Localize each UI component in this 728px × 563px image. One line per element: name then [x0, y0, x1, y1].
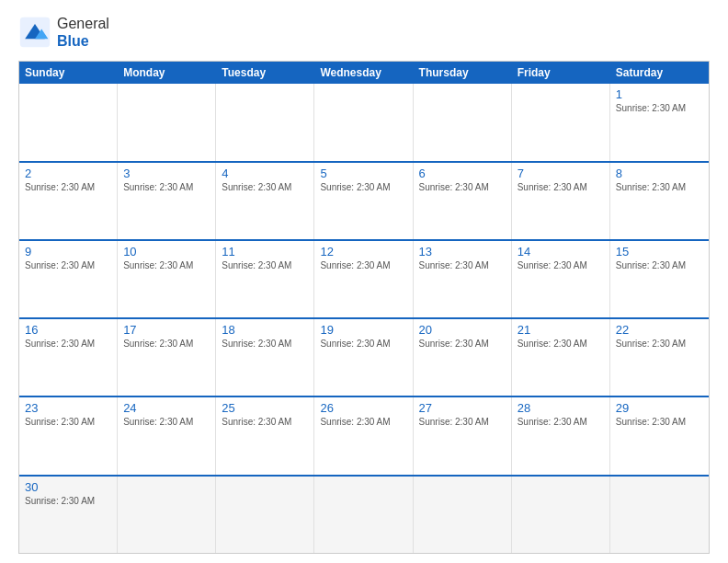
- calendar-cell-2-1: 10Sunrise: 2:30 AM: [118, 241, 216, 317]
- calendar-cell-2-4: 13Sunrise: 2:30 AM: [414, 241, 512, 317]
- calendar-cell-0-2: [216, 84, 314, 160]
- day-number: 14: [518, 245, 604, 259]
- day-sunrise-info: Sunrise: 2:30 AM: [320, 417, 406, 427]
- calendar-cell-3-0: 16Sunrise: 2:30 AM: [19, 319, 118, 396]
- calendar-cell-5-6: [610, 477, 709, 553]
- day-number: 23: [25, 401, 111, 415]
- day-number: 1: [616, 87, 703, 101]
- header-tuesday: Tuesday: [216, 62, 314, 84]
- day-sunrise-info: Sunrise: 2:30 AM: [419, 182, 506, 192]
- calendar-cell-2-3: 12Sunrise: 2:30 AM: [314, 241, 413, 317]
- calendar: SundayMondayTuesdayWednesdayThursdayFrid…: [18, 61, 710, 554]
- calendar-cell-4-2: 25Sunrise: 2:30 AM: [216, 397, 314, 474]
- calendar-cell-4-1: 24Sunrise: 2:30 AM: [118, 397, 216, 474]
- calendar-cell-2-2: 11Sunrise: 2:30 AM: [216, 241, 314, 317]
- header-thursday: Thursday: [414, 62, 512, 84]
- day-sunrise-info: Sunrise: 2:30 AM: [320, 339, 406, 349]
- day-sunrise-info: Sunrise: 2:30 AM: [518, 339, 604, 349]
- calendar-cell-5-4: [414, 477, 512, 553]
- calendar-cell-1-4: 6Sunrise: 2:30 AM: [414, 163, 512, 239]
- calendar-cell-4-0: 23Sunrise: 2:30 AM: [19, 397, 118, 474]
- calendar-cell-0-6: 1Sunrise: 2:30 AM: [610, 84, 709, 160]
- day-number: 4: [222, 167, 308, 180]
- day-sunrise-info: Sunrise: 2:30 AM: [25, 260, 111, 270]
- calendar-cell-3-3: 19Sunrise: 2:30 AM: [314, 319, 413, 396]
- day-sunrise-info: Sunrise: 2:30 AM: [518, 182, 604, 192]
- day-sunrise-info: Sunrise: 2:30 AM: [123, 182, 210, 192]
- calendar-cell-4-6: 29Sunrise: 2:30 AM: [610, 397, 709, 474]
- day-number: 30: [25, 480, 111, 494]
- header-friday: Friday: [512, 62, 610, 84]
- day-number: 18: [222, 323, 308, 337]
- page-header: General Blue: [18, 15, 710, 50]
- day-sunrise-info: Sunrise: 2:30 AM: [123, 417, 210, 427]
- day-number: 9: [25, 245, 111, 259]
- calendar-cell-3-2: 18Sunrise: 2:30 AM: [216, 319, 314, 396]
- day-number: 8: [616, 167, 703, 180]
- day-number: 12: [320, 245, 406, 259]
- day-sunrise-info: Sunrise: 2:30 AM: [123, 339, 210, 349]
- day-sunrise-info: Sunrise: 2:30 AM: [518, 260, 604, 270]
- calendar-cell-5-3: [314, 477, 413, 553]
- header-saturday: Saturday: [610, 62, 709, 84]
- day-sunrise-info: Sunrise: 2:30 AM: [222, 339, 308, 349]
- day-sunrise-info: Sunrise: 2:30 AM: [222, 260, 308, 270]
- calendar-cell-1-5: 7Sunrise: 2:30 AM: [512, 163, 610, 239]
- day-number: 15: [616, 245, 703, 259]
- day-number: 28: [518, 401, 604, 415]
- day-sunrise-info: Sunrise: 2:30 AM: [25, 417, 111, 427]
- day-number: 21: [518, 323, 604, 337]
- calendar-page: General Blue SundayMondayTuesdayWednesda…: [0, 0, 728, 563]
- day-number: 11: [222, 245, 308, 259]
- calendar-cell-3-1: 17Sunrise: 2:30 AM: [118, 319, 216, 396]
- day-number: 22: [616, 323, 703, 337]
- calendar-row-0: 1Sunrise: 2:30 AM: [19, 84, 709, 160]
- calendar-cell-0-1: [118, 84, 216, 160]
- calendar-cell-1-6: 8Sunrise: 2:30 AM: [610, 163, 709, 239]
- logo-icon: [18, 16, 51, 49]
- calendar-cell-1-1: 3Sunrise: 2:30 AM: [118, 163, 216, 239]
- day-number: 3: [123, 167, 210, 180]
- day-number: 24: [123, 401, 210, 415]
- calendar-cell-0-3: [314, 84, 413, 160]
- day-number: 2: [25, 167, 111, 180]
- calendar-row-1: 2Sunrise: 2:30 AM3Sunrise: 2:30 AM4Sunri…: [19, 161, 709, 239]
- calendar-cell-1-0: 2Sunrise: 2:30 AM: [19, 163, 118, 239]
- calendar-cell-3-6: 22Sunrise: 2:30 AM: [610, 319, 709, 396]
- calendar-cell-0-0: [19, 84, 118, 160]
- day-number: 29: [616, 401, 703, 415]
- day-sunrise-info: Sunrise: 2:30 AM: [616, 103, 703, 113]
- header-monday: Monday: [118, 62, 216, 84]
- day-number: 17: [123, 323, 210, 337]
- day-sunrise-info: Sunrise: 2:30 AM: [616, 260, 703, 270]
- day-sunrise-info: Sunrise: 2:30 AM: [616, 182, 703, 192]
- day-sunrise-info: Sunrise: 2:30 AM: [222, 417, 308, 427]
- calendar-cell-2-0: 9Sunrise: 2:30 AM: [19, 241, 118, 317]
- day-number: 26: [320, 401, 406, 415]
- calendar-row-4: 23Sunrise: 2:30 AM24Sunrise: 2:30 AM25Su…: [19, 396, 709, 474]
- calendar-cell-4-5: 28Sunrise: 2:30 AM: [512, 397, 610, 474]
- day-number: 19: [320, 323, 406, 337]
- day-number: 20: [419, 323, 506, 337]
- calendar-body: 1Sunrise: 2:30 AM2Sunrise: 2:30 AM3Sunri…: [19, 84, 709, 553]
- calendar-row-2: 9Sunrise: 2:30 AM10Sunrise: 2:30 AM11Sun…: [19, 239, 709, 317]
- calendar-cell-5-1: [118, 477, 216, 553]
- calendar-cell-2-5: 14Sunrise: 2:30 AM: [512, 241, 610, 317]
- day-sunrise-info: Sunrise: 2:30 AM: [320, 260, 406, 270]
- calendar-cell-5-0: 30Sunrise: 2:30 AM: [19, 477, 118, 553]
- day-sunrise-info: Sunrise: 2:30 AM: [25, 339, 111, 349]
- calendar-cell-0-4: [414, 84, 512, 160]
- day-number: 5: [320, 167, 406, 180]
- day-sunrise-info: Sunrise: 2:30 AM: [616, 417, 703, 427]
- day-sunrise-info: Sunrise: 2:30 AM: [419, 339, 506, 349]
- calendar-cell-5-2: [216, 477, 314, 553]
- calendar-header: SundayMondayTuesdayWednesdayThursdayFrid…: [19, 62, 709, 84]
- day-sunrise-info: Sunrise: 2:30 AM: [123, 260, 210, 270]
- calendar-cell-3-5: 21Sunrise: 2:30 AM: [512, 319, 610, 396]
- day-sunrise-info: Sunrise: 2:30 AM: [25, 496, 111, 506]
- calendar-cell-4-3: 26Sunrise: 2:30 AM: [314, 397, 413, 474]
- calendar-cell-5-5: [512, 477, 610, 553]
- calendar-cell-4-4: 27Sunrise: 2:30 AM: [414, 397, 512, 474]
- day-sunrise-info: Sunrise: 2:30 AM: [419, 260, 506, 270]
- calendar-row-3: 16Sunrise: 2:30 AM17Sunrise: 2:30 AM18Su…: [19, 317, 709, 396]
